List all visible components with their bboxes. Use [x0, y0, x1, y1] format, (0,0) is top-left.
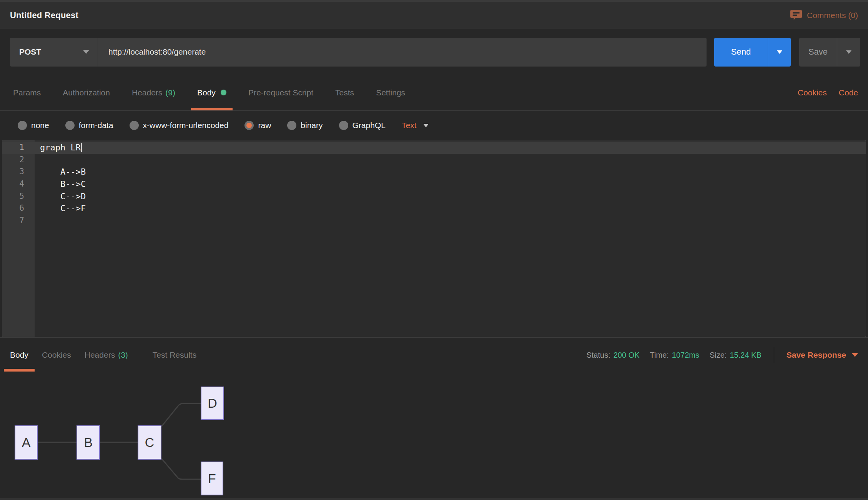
save-button[interactable]: Save: [799, 38, 837, 67]
send-options-button[interactable]: [768, 38, 791, 67]
editor-lines: 1graph LR 2 3 A-->B 4 B-->C 5 C-->D 6 C-…: [2, 140, 866, 227]
request-links: Cookies Code: [798, 75, 858, 110]
window-bottom-edge: [0, 498, 868, 500]
body-mode-row: none form-data x-www-form-urlencoded raw…: [0, 111, 868, 140]
tab-authorization[interactable]: Authorization: [63, 75, 110, 110]
chevron-down-icon: [777, 50, 782, 54]
graph-node-F: F: [201, 462, 223, 495]
url-input[interactable]: http://localhost:80/generate: [98, 38, 707, 67]
radio-icon: [339, 121, 348, 130]
editor-line[interactable]: 1graph LR: [2, 142, 866, 154]
code-link[interactable]: Code: [839, 88, 858, 97]
radio-form-data[interactable]: form-data: [65, 121, 113, 130]
tab-settings[interactable]: Settings: [376, 75, 405, 110]
body-modified-dot: [221, 90, 226, 95]
cookies-link[interactable]: Cookies: [798, 88, 827, 97]
editor-line[interactable]: 3 A-->B: [2, 166, 866, 178]
title-bar: Untitled Request Comments (0): [0, 2, 868, 29]
request-tabs: Params Authorization Headers(9) Body Pre…: [0, 75, 868, 111]
save-button-group: Save: [799, 38, 860, 67]
editor-line[interactable]: 6 C-->F: [2, 202, 866, 215]
size-indicator: Size:15.24 KB: [710, 351, 762, 360]
size-value: 15.24 KB: [730, 351, 761, 360]
response-tab-headers[interactable]: Headers(3): [85, 338, 128, 372]
graph-node-A: A: [15, 425, 38, 460]
format-selector[interactable]: Text: [402, 121, 429, 130]
response-headers-count-badge: (3): [118, 350, 128, 360]
editor-line[interactable]: 2: [2, 154, 866, 166]
response-meta: Status:200 OK Time:1072ms Size:15.24 KB …: [586, 338, 858, 372]
graph-node-B: B: [76, 425, 100, 460]
radio-selected-icon: [244, 121, 254, 130]
graph-node-D: D: [201, 387, 224, 420]
chevron-down-icon: [846, 50, 851, 54]
chevron-down-icon: [852, 353, 858, 357]
save-options-button[interactable]: [837, 38, 860, 67]
tab-tests[interactable]: Tests: [335, 75, 354, 110]
method-value: POST: [19, 47, 41, 57]
tab-headers[interactable]: Headers(9): [132, 75, 175, 110]
app-window: Untitled Request Comments (0) POST http:…: [0, 0, 868, 500]
radio-icon: [287, 121, 296, 130]
tab-pre-request-script[interactable]: Pre-request Script: [248, 75, 313, 110]
comments-label: Comments (0): [807, 11, 858, 20]
format-value: Text: [402, 121, 417, 130]
radio-graphql[interactable]: GraphQL: [339, 121, 386, 130]
radio-none[interactable]: none: [18, 121, 49, 130]
graph-node-C: C: [138, 425, 161, 460]
send-button-group: Send: [714, 38, 791, 67]
method-dropdown[interactable]: POST: [10, 38, 98, 67]
response-tab-body[interactable]: Body: [10, 338, 28, 372]
radio-icon: [130, 121, 139, 130]
url-box: POST http://localhost:80/generate: [10, 38, 707, 67]
comment-bubble-icon: [790, 10, 802, 21]
editor-line[interactable]: 5 C-->D: [2, 190, 866, 203]
chevron-down-icon: [423, 124, 429, 127]
editor-line[interactable]: 4 B-->C: [2, 178, 866, 190]
divider: [774, 347, 774, 363]
response-tab-cookies[interactable]: Cookies: [42, 338, 71, 372]
status-value: 200 OK: [614, 351, 640, 360]
radio-raw[interactable]: raw: [244, 121, 271, 130]
radio-binary[interactable]: binary: [287, 121, 323, 130]
editor-line[interactable]: 7: [2, 215, 866, 227]
tab-params[interactable]: Params: [13, 75, 41, 110]
send-button[interactable]: Send: [714, 38, 768, 67]
headers-count-badge: (9): [165, 88, 175, 97]
request-builder: POST http://localhost:80/generate Send S…: [0, 29, 868, 75]
radio-icon: [18, 121, 27, 130]
response-header: Body Cookies Headers(3) Test Results Sta…: [0, 337, 868, 372]
time-value: 1072ms: [672, 351, 699, 360]
graph-edges: [0, 372, 269, 500]
body-editor[interactable]: 1graph LR 2 3 A-->B 4 B-->C 5 C-->D 6 C-…: [2, 140, 866, 337]
save-response-button[interactable]: Save Response: [787, 350, 858, 360]
tab-body[interactable]: Body: [197, 75, 226, 110]
response-tab-test-results[interactable]: Test Results: [153, 338, 196, 372]
comments-button[interactable]: Comments (0): [790, 10, 858, 21]
response-body-pane: ABCDF: [0, 372, 868, 500]
chevron-down-icon: [83, 50, 89, 54]
radio-icon: [65, 121, 75, 130]
request-title: Untitled Request: [10, 10, 78, 20]
text-cursor: [81, 143, 82, 152]
status-indicator: Status:200 OK: [586, 351, 639, 360]
time-indicator: Time:1072ms: [650, 351, 699, 360]
radio-x-www-form-urlencoded[interactable]: x-www-form-urlencoded: [130, 121, 229, 130]
